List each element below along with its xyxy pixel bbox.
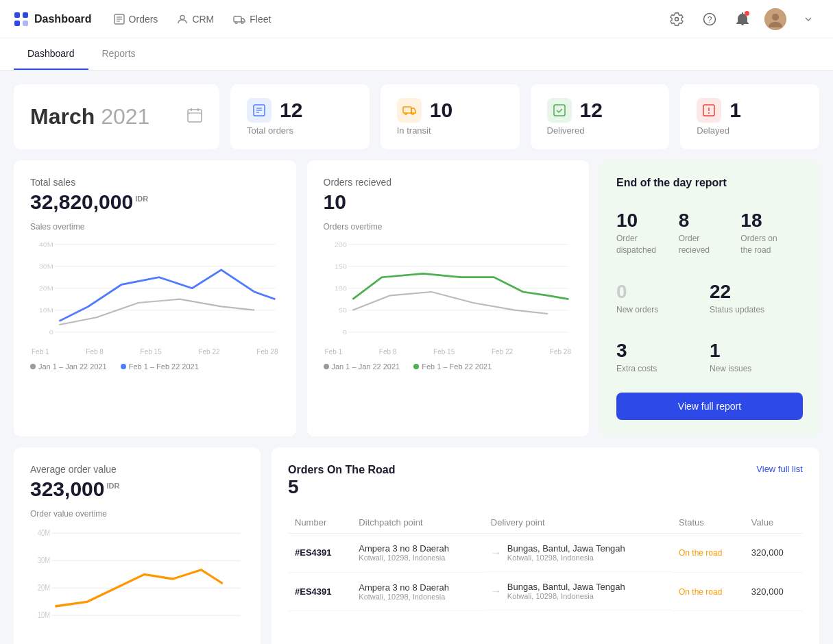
main-content: March 2021 12 Total orders — [0, 71, 833, 644]
table-row: #ES4391 Ampera 3 no 8 Daerah Kotwali, 10… — [288, 572, 803, 610]
svg-text:50: 50 — [338, 306, 346, 313]
orders-icon — [114, 14, 125, 25]
calendar-icon[interactable] — [186, 107, 203, 127]
bottom-row: Average order value 323,000IDR Order val… — [14, 447, 819, 644]
svg-rect-16 — [188, 110, 202, 122]
delivery-point: → Bungas, Bantul, Jawa Tengah Kotwali, 1… — [484, 534, 672, 572]
stat-header: 12 — [547, 98, 653, 123]
svg-text:30M: 30M — [38, 556, 50, 565]
eod-new-issues: 1 New issues — [710, 333, 803, 382]
svg-text:20M: 20M — [38, 583, 50, 592]
date-card: March 2021 — [14, 84, 219, 149]
notification-dot — [745, 11, 749, 16]
eod-extra-costs: 3 Extra costs — [616, 333, 710, 382]
nav-fleet[interactable]: Fleet — [233, 14, 271, 25]
order-id: #ES4391 — [288, 534, 352, 573]
legend-feb: Feb 1 – Feb 22 2021 — [121, 362, 199, 371]
order-value: 320,000 — [745, 572, 803, 610]
notifications-icon[interactable] — [732, 8, 753, 30]
order-value: 320,000 — [745, 534, 803, 573]
logo-icon — [14, 12, 29, 27]
stats-row: March 2021 12 Total orders — [14, 84, 819, 149]
eod-stats-row1: 10 Orderdispatched 8 Orderrecieved 18 Or… — [616, 203, 803, 263]
svg-rect-24 — [403, 107, 411, 113]
eod-new-orders: 0 New orders — [616, 274, 710, 323]
nav-orders[interactable]: Orders — [114, 14, 158, 25]
col-number: Number — [288, 512, 352, 534]
orders-on-road-card: Orders On The Road 5 View full list Numb… — [271, 447, 819, 644]
avg-order-chart: 40M 30M 20M 10M — [30, 524, 244, 634]
settings-icon[interactable] — [666, 8, 688, 30]
stat-delivered: 12 Delivered — [531, 84, 670, 149]
svg-rect-27 — [554, 105, 565, 116]
svg-rect-0 — [14, 12, 20, 18]
svg-text:150: 150 — [334, 262, 346, 269]
svg-text:40M: 40M — [39, 240, 53, 247]
orders-legend: Jan 1 – Jan 22 2021 Feb 1 – Feb 22 2021 — [324, 362, 573, 371]
orders-road-header: Orders On The Road 5 View full list — [288, 464, 803, 509]
sales-amount: 32,820,000IDR — [30, 190, 280, 214]
eod-stats-row3: 3 Extra costs 1 New issues — [616, 333, 803, 382]
total-orders-icon — [247, 98, 271, 123]
user-menu-chevron[interactable] — [797, 8, 819, 30]
sales-legend: Jan 1 – Jan 22 2021 Feb 1 – Feb 22 2021 — [30, 362, 280, 371]
nav-right: ? — [666, 8, 819, 30]
svg-rect-3 — [23, 21, 28, 26]
view-full-list-link[interactable]: View full list — [756, 464, 803, 474]
svg-text:100: 100 — [334, 284, 346, 291]
svg-text:10M: 10M — [39, 306, 53, 313]
orders-x-axis: Feb 1 Feb 8 Feb 15 Feb 22 Feb 28 — [324, 348, 573, 356]
eod-stats-row2: 0 New orders 22 Status updates — [616, 274, 803, 323]
total-sales-card: Total sales 32,820,000IDR Sales overtime… — [14, 160, 296, 436]
view-full-report-button[interactable]: View full report — [616, 393, 803, 420]
stat-header: 10 — [397, 98, 503, 123]
delayed-icon — [697, 98, 721, 123]
sales-chart: 40M 30M 20M 10M 0 — [30, 237, 280, 347]
current-date: March 2021 — [30, 104, 149, 129]
svg-point-8 — [180, 15, 184, 19]
top-navigation: Dashboard Orders CRM Fleet ? — [0, 0, 833, 38]
nav-logo[interactable]: Dashboard — [14, 12, 92, 27]
stat-header: 12 — [247, 98, 353, 123]
table-row: #ES4391 Ampera 3 no 8 Daerah Kotwali, 10… — [288, 534, 803, 573]
fleet-icon — [233, 14, 245, 25]
in-transit-icon — [397, 98, 422, 123]
orders-received-card: Orders recieved 10 Orders overtime 200 1… — [307, 160, 590, 436]
orders-chart: 200 150 100 50 0 — [324, 237, 573, 347]
svg-text:30M: 30M — [39, 262, 53, 269]
avg-order-amount: 323,000IDR — [30, 478, 244, 501]
sales-x-axis: Feb 1 Feb 8 Feb 15 Feb 22 Feb 28 — [30, 348, 280, 356]
stat-delayed: 1 Delayed — [680, 84, 819, 149]
delivered-icon — [547, 98, 572, 123]
eod-dispatched: 10 Orderdispatched — [616, 203, 679, 263]
col-dispatch: Ditchpatch point — [352, 512, 483, 534]
svg-point-15 — [772, 14, 779, 21]
delivery-point: → Bungas, Bantul, Jawa Tengah Kotwali, 1… — [484, 572, 672, 610]
nav-links: Orders CRM Fleet — [114, 14, 644, 25]
svg-point-11 — [241, 21, 243, 23]
help-icon[interactable]: ? — [699, 8, 721, 30]
nav-crm[interactable]: CRM — [177, 14, 214, 25]
dispatch-point: Ampera 3 no 8 Daerah Kotwali, 10298, Ind… — [352, 534, 483, 573]
avatar[interactable] — [764, 8, 786, 30]
tab-reports[interactable]: Reports — [88, 38, 149, 70]
order-status: On the road — [672, 534, 745, 573]
charts-row: Total sales 32,820,000IDR Sales overtime… — [14, 160, 819, 436]
svg-point-25 — [405, 113, 407, 115]
arrow-icon: → — [491, 585, 502, 597]
eod-on-road: 18 Orders onthe road — [740, 203, 803, 263]
stat-header: 1 — [697, 98, 803, 123]
svg-text:0: 0 — [342, 328, 346, 335]
legend-feb2: Feb 1 – Feb 22 2021 — [413, 362, 492, 371]
col-value: Value — [745, 512, 803, 534]
svg-rect-1 — [23, 12, 28, 18]
orders-road-table: Number Ditchpatch point Delivery point S… — [288, 512, 803, 611]
date-display: March 2021 — [30, 104, 149, 129]
tab-dashboard[interactable]: Dashboard — [14, 38, 88, 70]
order-status: On the road — [672, 572, 745, 610]
svg-text:20M: 20M — [39, 284, 53, 291]
svg-text:200: 200 — [334, 240, 346, 247]
stat-in-transit: 10 In transit — [381, 84, 520, 149]
svg-point-30 — [708, 112, 710, 114]
avg-order-card: Average order value 323,000IDR Order val… — [14, 447, 261, 644]
